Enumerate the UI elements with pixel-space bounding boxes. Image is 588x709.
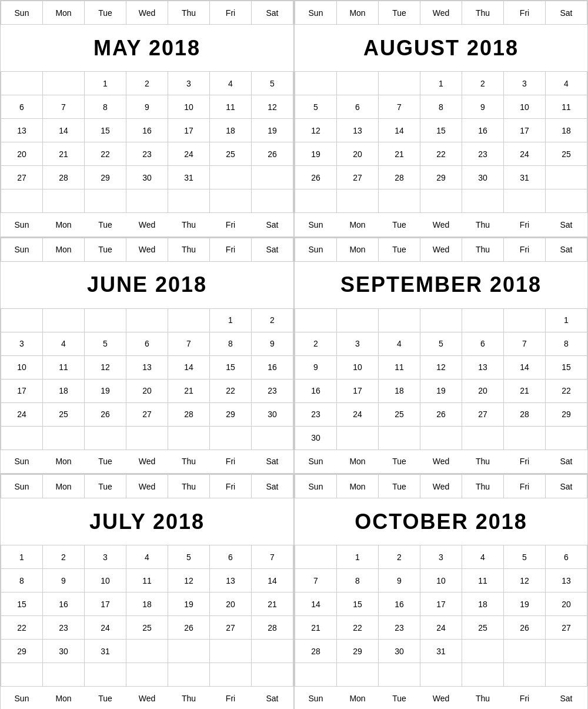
calendar-day[interactable]: 14 bbox=[252, 569, 293, 593]
calendar-day[interactable]: 18 bbox=[43, 379, 85, 402]
calendar-day[interactable] bbox=[295, 72, 337, 95]
calendar-day[interactable]: 5 bbox=[420, 332, 462, 355]
calendar-day[interactable]: 8 bbox=[85, 95, 126, 119]
calendar-day[interactable]: 10 bbox=[1, 355, 43, 379]
calendar-day[interactable]: 5 bbox=[252, 72, 293, 95]
calendar-day[interactable]: 7 bbox=[43, 95, 85, 119]
calendar-day[interactable]: 20 bbox=[462, 379, 504, 402]
calendar-day[interactable]: 5 bbox=[504, 545, 546, 569]
calendar-day[interactable]: 4 bbox=[462, 545, 504, 569]
calendar-day[interactable]: 19 bbox=[168, 593, 210, 616]
calendar-day[interactable] bbox=[504, 308, 546, 332]
calendar-day[interactable]: 28 bbox=[252, 616, 293, 640]
calendar-day[interactable]: 18 bbox=[462, 593, 504, 616]
calendar-day[interactable]: 26 bbox=[168, 616, 210, 640]
calendar-day[interactable]: 19 bbox=[252, 119, 293, 142]
calendar-day[interactable]: 9 bbox=[295, 355, 337, 379]
calendar-day[interactable] bbox=[546, 640, 587, 663]
calendar-day[interactable]: 31 bbox=[85, 640, 126, 663]
calendar-day[interactable] bbox=[210, 640, 252, 663]
calendar-day[interactable]: 14 bbox=[43, 119, 85, 142]
calendar-day[interactable] bbox=[210, 663, 252, 687]
calendar-day[interactable]: 13 bbox=[126, 355, 168, 379]
calendar-day[interactable] bbox=[1, 663, 43, 687]
calendar-day[interactable]: 23 bbox=[126, 142, 168, 166]
calendar-day[interactable]: 24 bbox=[85, 616, 126, 640]
calendar-day[interactable]: 22 bbox=[420, 142, 462, 166]
calendar-day[interactable] bbox=[252, 166, 293, 189]
calendar-day[interactable] bbox=[85, 308, 126, 332]
calendar-day[interactable]: 4 bbox=[210, 72, 252, 95]
calendar-day[interactable] bbox=[252, 663, 293, 687]
calendar-day[interactable]: 15 bbox=[546, 355, 587, 379]
calendar-day[interactable]: 9 bbox=[126, 95, 168, 119]
calendar-day[interactable]: 12 bbox=[252, 95, 293, 119]
calendar-day[interactable]: 1 bbox=[1, 545, 43, 569]
calendar-day[interactable] bbox=[462, 189, 504, 213]
calendar-day[interactable] bbox=[295, 189, 337, 213]
calendar-day[interactable]: 8 bbox=[420, 95, 462, 119]
calendar-day[interactable]: 11 bbox=[126, 569, 168, 593]
calendar-day[interactable]: 2 bbox=[252, 308, 293, 332]
calendar-day[interactable] bbox=[295, 308, 337, 332]
calendar-day[interactable]: 15 bbox=[337, 593, 379, 616]
calendar-day[interactable] bbox=[379, 426, 420, 450]
calendar-day[interactable]: 5 bbox=[295, 95, 337, 119]
calendar-day[interactable] bbox=[546, 663, 587, 687]
calendar-day[interactable]: 29 bbox=[546, 402, 587, 426]
calendar-day[interactable]: 10 bbox=[168, 95, 210, 119]
calendar-day[interactable]: 8 bbox=[210, 332, 252, 355]
calendar-day[interactable]: 21 bbox=[295, 616, 337, 640]
calendar-day[interactable]: 21 bbox=[504, 379, 546, 402]
calendar-day[interactable]: 25 bbox=[462, 616, 504, 640]
calendar-day[interactable]: 13 bbox=[1, 119, 43, 142]
calendar-day[interactable]: 9 bbox=[43, 569, 85, 593]
calendar-day[interactable]: 21 bbox=[168, 379, 210, 402]
calendar-day[interactable]: 2 bbox=[379, 545, 420, 569]
calendar-day[interactable]: 24 bbox=[504, 142, 546, 166]
calendar-day[interactable]: 19 bbox=[420, 379, 462, 402]
calendar-day[interactable] bbox=[126, 189, 168, 213]
calendar-day[interactable]: 14 bbox=[379, 119, 420, 142]
calendar-day[interactable]: 5 bbox=[85, 332, 126, 355]
calendar-day[interactable] bbox=[462, 426, 504, 450]
calendar-day[interactable]: 27 bbox=[210, 616, 252, 640]
calendar-day[interactable] bbox=[379, 663, 420, 687]
calendar-day[interactable]: 7 bbox=[252, 545, 293, 569]
calendar-day[interactable]: 2 bbox=[295, 332, 337, 355]
calendar-day[interactable] bbox=[126, 426, 168, 450]
calendar-day[interactable]: 2 bbox=[126, 72, 168, 95]
calendar-day[interactable]: 18 bbox=[126, 593, 168, 616]
calendar-day[interactable]: 15 bbox=[85, 119, 126, 142]
calendar-day[interactable] bbox=[337, 189, 379, 213]
calendar-day[interactable]: 29 bbox=[85, 166, 126, 189]
calendar-day[interactable]: 15 bbox=[210, 355, 252, 379]
calendar-day[interactable] bbox=[210, 426, 252, 450]
calendar-day[interactable]: 17 bbox=[1, 379, 43, 402]
calendar-day[interactable]: 6 bbox=[462, 332, 504, 355]
calendar-day[interactable]: 19 bbox=[504, 593, 546, 616]
calendar-day[interactable]: 3 bbox=[420, 545, 462, 569]
calendar-day[interactable]: 27 bbox=[546, 616, 587, 640]
calendar-day[interactable]: 30 bbox=[43, 640, 85, 663]
calendar-day[interactable]: 28 bbox=[168, 402, 210, 426]
calendar-day[interactable] bbox=[337, 663, 379, 687]
calendar-day[interactable]: 1 bbox=[420, 72, 462, 95]
calendar-day[interactable] bbox=[379, 189, 420, 213]
calendar-day[interactable]: 22 bbox=[1, 616, 43, 640]
calendar-day[interactable]: 15 bbox=[420, 119, 462, 142]
calendar-day[interactable]: 12 bbox=[85, 355, 126, 379]
calendar-day[interactable]: 4 bbox=[43, 332, 85, 355]
calendar-day[interactable] bbox=[1, 72, 43, 95]
calendar-day[interactable]: 11 bbox=[462, 569, 504, 593]
calendar-day[interactable]: 23 bbox=[379, 616, 420, 640]
calendar-day[interactable] bbox=[504, 663, 546, 687]
calendar-day[interactable] bbox=[210, 189, 252, 213]
calendar-day[interactable]: 9 bbox=[462, 95, 504, 119]
calendar-day[interactable]: 7 bbox=[504, 332, 546, 355]
calendar-day[interactable]: 20 bbox=[337, 142, 379, 166]
calendar-day[interactable]: 9 bbox=[379, 569, 420, 593]
calendar-day[interactable]: 28 bbox=[295, 640, 337, 663]
calendar-day[interactable]: 11 bbox=[43, 355, 85, 379]
calendar-day[interactable]: 25 bbox=[379, 402, 420, 426]
